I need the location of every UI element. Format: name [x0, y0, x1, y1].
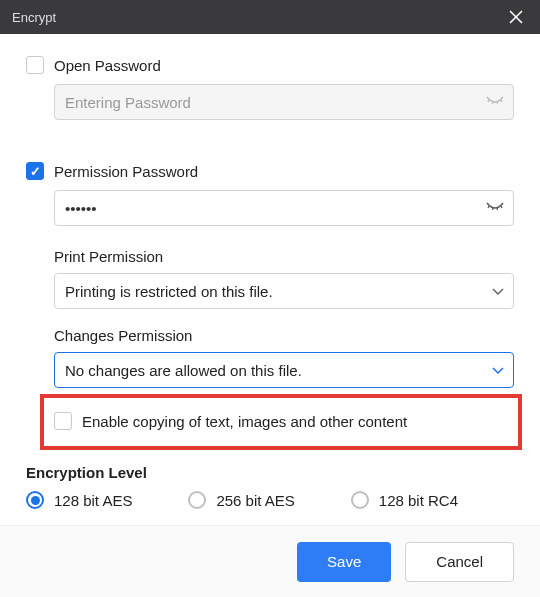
svg-line-3 — [493, 102, 494, 104]
permission-password-row: Permission Password — [26, 162, 514, 180]
dialog-footer: Save Cancel — [0, 525, 540, 597]
svg-line-9 — [501, 206, 502, 208]
radio-label: 256 bit AES — [216, 492, 294, 509]
svg-line-6 — [488, 206, 489, 208]
radio-256-aes[interactable]: 256 bit AES — [188, 491, 294, 509]
radio-128-aes[interactable]: 128 bit AES — [26, 491, 132, 509]
enable-copy-label: Enable copying of text, images and other… — [82, 413, 407, 430]
radio-icon — [26, 491, 44, 509]
open-password-label: Open Password — [54, 57, 161, 74]
window-title: Encrypt — [12, 10, 56, 25]
radio-label: 128 bit RC4 — [379, 492, 458, 509]
svg-line-5 — [501, 100, 502, 102]
print-permission-select[interactable]: Printing is restricted on this file. — [54, 273, 514, 309]
enable-copy-highlight: Enable copying of text, images and other… — [40, 394, 522, 450]
save-button[interactable]: Save — [297, 542, 391, 582]
changes-permission-label: Changes Permission — [54, 327, 514, 344]
open-password-row: Open Password — [26, 56, 514, 74]
permission-password-checkbox[interactable] — [26, 162, 44, 180]
svg-line-8 — [497, 208, 498, 210]
titlebar: Encrypt — [0, 0, 540, 34]
eye-closed-icon[interactable] — [486, 96, 504, 108]
radio-128-rc4[interactable]: 128 bit RC4 — [351, 491, 458, 509]
open-password-input-wrap — [54, 84, 514, 120]
permission-password-input[interactable] — [54, 190, 514, 226]
open-password-input[interactable] — [54, 84, 514, 120]
enable-copy-checkbox[interactable] — [54, 412, 72, 430]
radio-label: 128 bit AES — [54, 492, 132, 509]
enable-copy-row: Enable copying of text, images and other… — [54, 412, 508, 430]
encryption-radio-group: 128 bit AES 256 bit AES 128 bit RC4 — [26, 491, 514, 509]
radio-icon — [351, 491, 369, 509]
svg-line-7 — [493, 208, 494, 210]
changes-permission-select-wrap: No changes are allowed on this file. — [54, 352, 514, 388]
dialog-content: Open Password Permission Password Print … — [0, 34, 540, 509]
cancel-button[interactable]: Cancel — [405, 542, 514, 582]
open-password-checkbox[interactable] — [26, 56, 44, 74]
permission-password-input-wrap — [54, 190, 514, 226]
print-permission-label: Print Permission — [54, 248, 514, 265]
svg-line-4 — [497, 102, 498, 104]
radio-icon — [188, 491, 206, 509]
print-permission-select-wrap: Printing is restricted on this file. — [54, 273, 514, 309]
svg-line-2 — [488, 100, 489, 102]
encryption-level-heading: Encryption Level — [26, 464, 514, 481]
changes-permission-select[interactable]: No changes are allowed on this file. — [54, 352, 514, 388]
eye-closed-icon[interactable] — [486, 202, 504, 214]
permission-password-label: Permission Password — [54, 163, 198, 180]
close-icon[interactable] — [504, 5, 528, 29]
